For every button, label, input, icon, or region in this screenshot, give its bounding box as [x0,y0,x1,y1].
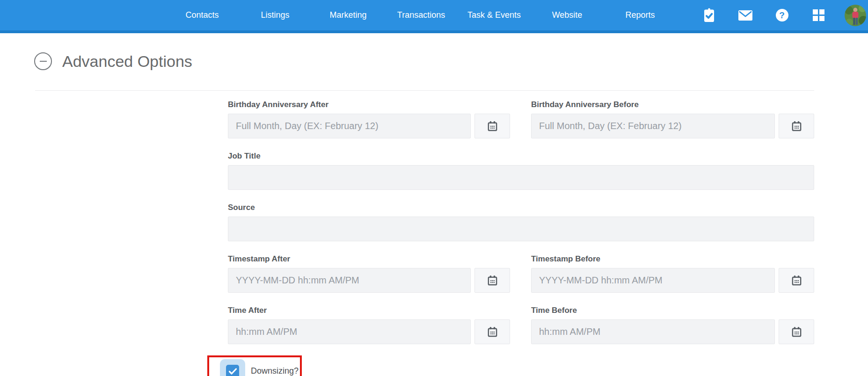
help-icon[interactable]: ? [773,5,791,26]
nav-item-website[interactable]: Website [531,10,604,20]
form-row: Timestamp After Timestamp Before [228,254,814,293]
field-time-after: Time After [228,306,510,344]
input-group [228,319,510,344]
page-title: Advanced Options [62,52,192,71]
field-birthday-anniversary-after: Birthday Anniversary After [228,100,510,138]
calendar-icon [487,326,498,337]
input-group [531,114,814,138]
birthday-anniversary-after-input[interactable] [228,114,471,138]
field-label: Job Title [228,152,814,161]
advanced-options-form: Birthday Anniversary After Birthday Anni… [228,91,814,376]
nav-item-transactions[interactable]: Transactions [385,10,458,20]
birthday-anniversary-before-input[interactable] [531,114,775,138]
calendar-icon [487,275,498,286]
field-job-title: Job Title [228,152,814,190]
grid-glyph [813,9,824,21]
form-row: Source [228,203,814,241]
calendar-picker-button[interactable] [474,319,510,344]
calendar-picker-button[interactable] [474,114,510,138]
nav-item-contacts[interactable]: Contacts [166,10,239,20]
envelope-glyph [738,10,752,21]
calendar-icon [791,326,802,337]
collapse-toggle-button[interactable] [34,52,52,70]
field-source: Source [228,203,814,241]
field-birthday-anniversary-before: Birthday Anniversary Before [531,100,814,138]
input-group [228,114,510,138]
timestamp-after-input[interactable] [228,268,471,293]
clipboard-check-glyph [703,8,715,22]
downsizing-checkbox[interactable] [220,359,245,376]
form-row: Time After Time Before [228,306,814,344]
field-label: Timestamp Before [531,254,814,264]
tasks-clipboard-icon[interactable] [700,5,718,26]
nav-item-marketing[interactable]: Marketing [312,10,385,20]
field-timestamp-before: Timestamp Before [531,254,814,293]
input-group [531,319,814,344]
downsizing-label: Downsizing? [251,366,299,376]
minus-icon [40,61,47,62]
red-annotation-box: Downsizing? [207,355,302,376]
timestamp-before-input[interactable] [531,268,775,293]
field-label: Timestamp After [228,254,510,264]
nav-icon-group: ? [682,5,868,26]
user-avatar[interactable] [845,5,866,26]
mail-icon[interactable] [736,5,755,26]
avatar-photo [845,5,866,26]
source-input[interactable] [228,217,814,241]
time-after-input[interactable] [228,319,471,344]
calendar-picker-button[interactable] [779,319,814,344]
calendar-picker-button[interactable] [474,268,510,293]
advanced-options-header: Advanced Options [34,52,868,71]
top-navbar: Contacts Listings Marketing Transactions… [0,0,868,33]
nav-item-reports[interactable]: Reports [604,10,677,20]
job-title-input[interactable] [228,165,814,190]
field-label: Birthday Anniversary After [228,100,510,109]
apps-grid-icon[interactable] [809,5,828,26]
calendar-icon [487,121,498,131]
checkmark-icon [229,368,237,375]
field-label: Time After [228,306,510,315]
calendar-icon [791,121,802,131]
field-timestamp-after: Timestamp After [228,254,510,293]
field-label: Birthday Anniversary Before [531,100,814,109]
form-row: Job Title [228,152,814,190]
input-group [228,268,510,293]
calendar-picker-button[interactable] [779,268,814,293]
checkbox-checked [226,365,239,376]
input-group [531,268,814,293]
nav-links: Contacts Listings Marketing Transactions… [166,10,677,20]
form-row: Birthday Anniversary After Birthday Anni… [228,100,814,138]
field-label: Source [228,203,814,212]
calendar-icon [791,275,802,286]
nav-item-task-events[interactable]: Task & Events [458,10,531,20]
question-mark-glyph: ? [776,9,788,22]
nav-item-listings[interactable]: Listings [239,10,312,20]
calendar-picker-button[interactable] [779,114,814,138]
field-time-before: Time Before [531,306,814,344]
time-before-input[interactable] [531,319,775,344]
field-label: Time Before [531,306,814,315]
